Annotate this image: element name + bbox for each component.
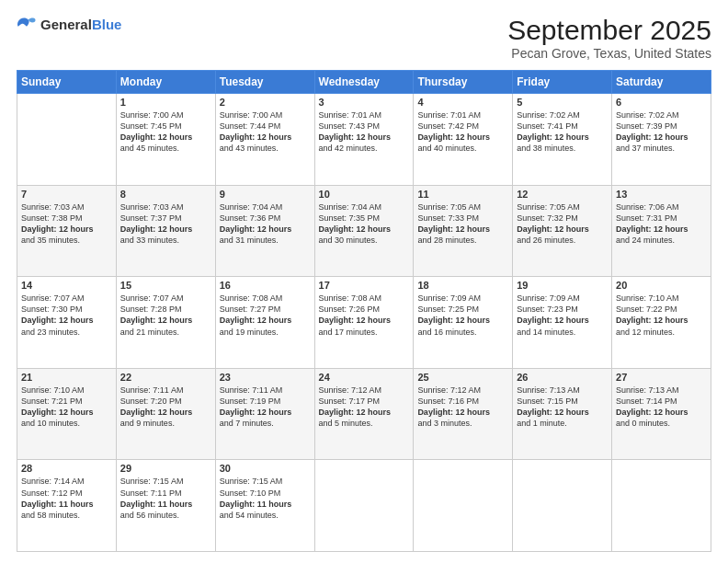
day-number: 28 [21, 463, 112, 474]
cell-info: Sunrise: 7:12 AMSunset: 7:16 PMDaylight:… [417, 385, 508, 430]
logo-general: General [40, 17, 92, 32]
day-number: 26 [517, 372, 608, 383]
day-number: 25 [417, 372, 508, 383]
calendar-week-4: 21Sunrise: 7:10 AMSunset: 7:21 PMDayligh… [17, 368, 711, 460]
day-number: 11 [417, 189, 508, 200]
calendar-cell: 18Sunrise: 7:09 AMSunset: 7:25 PMDayligh… [414, 277, 513, 369]
day-number: 15 [120, 280, 211, 291]
calendar-cell: 2Sunrise: 7:00 AMSunset: 7:44 PMDaylight… [215, 94, 314, 186]
col-wednesday: Wednesday [314, 71, 414, 94]
day-number: 8 [120, 189, 211, 200]
day-number: 16 [220, 280, 311, 291]
day-number: 4 [417, 97, 508, 108]
calendar-cell [414, 460, 513, 552]
cell-info: Sunrise: 7:02 AMSunset: 7:39 PMDaylight:… [616, 109, 707, 155]
cell-info: Sunrise: 7:10 AMSunset: 7:21 PMDaylight:… [21, 385, 112, 430]
calendar-header-row: Sunday Monday Tuesday Wednesday Thursday… [17, 71, 711, 94]
cell-info: Sunrise: 7:13 AMSunset: 7:15 PMDaylight:… [517, 385, 608, 430]
cell-info: Sunrise: 7:15 AMSunset: 7:10 PMDaylight:… [220, 476, 311, 521]
title-block: September 2025 Pecan Grove, Texas, Unite… [507, 15, 711, 61]
day-number: 3 [319, 97, 410, 108]
logo: GeneralBlue [17, 15, 121, 35]
calendar-cell: 29Sunrise: 7:15 AMSunset: 7:11 PMDayligh… [116, 460, 215, 552]
cell-info: Sunrise: 7:04 AMSunset: 7:36 PMDaylight:… [220, 201, 311, 247]
calendar-cell: 24Sunrise: 7:12 AMSunset: 7:17 PMDayligh… [314, 368, 414, 460]
cell-info: Sunrise: 7:09 AMSunset: 7:23 PMDaylight:… [517, 293, 608, 338]
calendar-cell: 6Sunrise: 7:02 AMSunset: 7:39 PMDaylight… [612, 94, 711, 186]
col-sunday: Sunday [17, 71, 117, 94]
cell-info: Sunrise: 7:03 AMSunset: 7:38 PMDaylight:… [21, 201, 112, 247]
page: GeneralBlue September 2025 Pecan Grove, … [0, 0, 728, 563]
cell-info: Sunrise: 7:06 AMSunset: 7:31 PMDaylight:… [616, 201, 707, 247]
calendar-cell: 8Sunrise: 7:03 AMSunset: 7:37 PMDaylight… [116, 185, 215, 277]
day-number: 2 [220, 97, 311, 108]
col-monday: Monday [116, 71, 215, 94]
calendar-cell [314, 460, 414, 552]
calendar-cell: 7Sunrise: 7:03 AMSunset: 7:38 PMDaylight… [17, 185, 117, 277]
month-title: September 2025 [507, 15, 711, 46]
cell-info: Sunrise: 7:03 AMSunset: 7:37 PMDaylight:… [120, 201, 211, 247]
calendar-cell: 15Sunrise: 7:07 AMSunset: 7:28 PMDayligh… [116, 277, 215, 369]
day-number: 29 [120, 463, 211, 474]
calendar-cell: 3Sunrise: 7:01 AMSunset: 7:43 PMDaylight… [314, 94, 414, 186]
logo-icon [17, 15, 37, 35]
calendar-week-5: 28Sunrise: 7:14 AMSunset: 7:12 PMDayligh… [17, 460, 711, 552]
calendar-cell: 16Sunrise: 7:08 AMSunset: 7:27 PMDayligh… [215, 277, 314, 369]
col-friday: Friday [513, 71, 612, 94]
calendar-cell: 22Sunrise: 7:11 AMSunset: 7:20 PMDayligh… [116, 368, 215, 460]
calendar-cell: 21Sunrise: 7:10 AMSunset: 7:21 PMDayligh… [17, 368, 117, 460]
day-number: 12 [517, 189, 608, 200]
day-number: 21 [21, 372, 112, 383]
calendar-cell: 20Sunrise: 7:10 AMSunset: 7:22 PMDayligh… [612, 277, 711, 369]
day-number: 6 [616, 97, 707, 108]
calendar-week-1: 1Sunrise: 7:00 AMSunset: 7:45 PMDaylight… [17, 94, 711, 186]
cell-info: Sunrise: 7:01 AMSunset: 7:43 PMDaylight:… [319, 109, 410, 155]
day-number: 1 [120, 97, 211, 108]
cell-info: Sunrise: 7:00 AMSunset: 7:45 PMDaylight:… [120, 109, 211, 155]
calendar-cell: 11Sunrise: 7:05 AMSunset: 7:33 PMDayligh… [414, 185, 513, 277]
cell-info: Sunrise: 7:07 AMSunset: 7:30 PMDaylight:… [21, 293, 112, 338]
cell-info: Sunrise: 7:02 AMSunset: 7:41 PMDaylight:… [517, 109, 608, 155]
calendar-cell: 9Sunrise: 7:04 AMSunset: 7:36 PMDaylight… [215, 185, 314, 277]
calendar-cell [17, 94, 117, 186]
cell-info: Sunrise: 7:12 AMSunset: 7:17 PMDaylight:… [319, 385, 410, 430]
day-number: 20 [616, 280, 707, 291]
col-tuesday: Tuesday [215, 71, 314, 94]
day-number: 27 [616, 372, 707, 383]
calendar-cell [612, 460, 711, 552]
col-saturday: Saturday [612, 71, 711, 94]
day-number: 23 [220, 372, 311, 383]
cell-info: Sunrise: 7:10 AMSunset: 7:22 PMDaylight:… [616, 293, 707, 338]
day-number: 10 [319, 189, 410, 200]
cell-info: Sunrise: 7:15 AMSunset: 7:11 PMDaylight:… [120, 476, 211, 521]
day-number: 7 [21, 189, 112, 200]
calendar-week-2: 7Sunrise: 7:03 AMSunset: 7:38 PMDaylight… [17, 185, 711, 277]
cell-info: Sunrise: 7:14 AMSunset: 7:12 PMDaylight:… [21, 476, 112, 521]
calendar-week-3: 14Sunrise: 7:07 AMSunset: 7:30 PMDayligh… [17, 277, 711, 369]
location-subtitle: Pecan Grove, Texas, United States [507, 46, 711, 61]
calendar-cell: 1Sunrise: 7:00 AMSunset: 7:45 PMDaylight… [116, 94, 215, 186]
calendar-cell: 4Sunrise: 7:01 AMSunset: 7:42 PMDaylight… [414, 94, 513, 186]
logo-text: GeneralBlue [40, 17, 121, 33]
calendar-cell: 30Sunrise: 7:15 AMSunset: 7:10 PMDayligh… [215, 460, 314, 552]
calendar-table: Sunday Monday Tuesday Wednesday Thursday… [17, 70, 711, 552]
day-number: 13 [616, 189, 707, 200]
calendar-cell: 27Sunrise: 7:13 AMSunset: 7:14 PMDayligh… [612, 368, 711, 460]
calendar-cell: 13Sunrise: 7:06 AMSunset: 7:31 PMDayligh… [612, 185, 711, 277]
calendar-cell: 26Sunrise: 7:13 AMSunset: 7:15 PMDayligh… [513, 368, 612, 460]
cell-info: Sunrise: 7:07 AMSunset: 7:28 PMDaylight:… [120, 293, 211, 338]
calendar-cell: 17Sunrise: 7:08 AMSunset: 7:26 PMDayligh… [314, 277, 414, 369]
calendar-cell: 12Sunrise: 7:05 AMSunset: 7:32 PMDayligh… [513, 185, 612, 277]
calendar-cell: 10Sunrise: 7:04 AMSunset: 7:35 PMDayligh… [314, 185, 414, 277]
day-number: 5 [517, 97, 608, 108]
calendar-cell: 14Sunrise: 7:07 AMSunset: 7:30 PMDayligh… [17, 277, 117, 369]
calendar-cell: 23Sunrise: 7:11 AMSunset: 7:19 PMDayligh… [215, 368, 314, 460]
cell-info: Sunrise: 7:13 AMSunset: 7:14 PMDaylight:… [616, 385, 707, 430]
calendar-cell: 5Sunrise: 7:02 AMSunset: 7:41 PMDaylight… [513, 94, 612, 186]
cell-info: Sunrise: 7:00 AMSunset: 7:44 PMDaylight:… [220, 109, 311, 155]
day-number: 18 [417, 280, 508, 291]
header: GeneralBlue September 2025 Pecan Grove, … [17, 15, 711, 61]
day-number: 9 [220, 189, 311, 200]
day-number: 14 [21, 280, 112, 291]
calendar-cell [513, 460, 612, 552]
